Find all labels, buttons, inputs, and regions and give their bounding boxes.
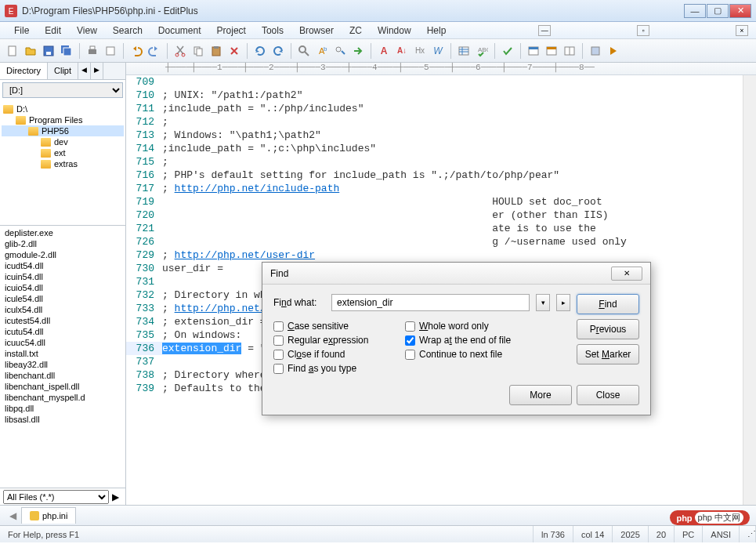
file-item[interactable]: icutest54.dll [2,315,124,326]
findwhat-history-dropdown[interactable]: ▾ [536,294,550,311]
file-item[interactable]: gmodule-2.dll [2,249,124,260]
file-filter[interactable]: All Files (*.*) [3,490,109,504]
file-item[interactable]: libpq.dll [2,403,124,414]
file-item[interactable]: icule54.dll [2,293,124,304]
copy-icon[interactable] [190,43,206,59]
menu-help[interactable]: Help [419,23,454,38]
filetab-scroll-left[interactable]: ◀ [5,510,21,521]
code-line[interactable]: 713; Windows: "\path1;\path2" [126,129,743,142]
close-button[interactable]: ✕ [729,4,751,18]
maximize-button[interactable]: ▢ [707,4,729,18]
check-case-sensitive[interactable]: Case sensitive [273,321,399,332]
tab-directory[interactable]: Directory [0,63,48,79]
new-file-icon[interactable] [5,43,20,59]
code-line[interactable]: 721 ate is to use the [126,222,743,235]
save-all-icon[interactable] [59,43,74,59]
file-item[interactable]: libenchant_myspell.d [2,392,124,403]
font-a-icon[interactable]: A [376,43,392,59]
run-icon[interactable] [606,43,621,59]
mdi-close-button[interactable]: × [736,25,748,36]
vertical-scrollbar[interactable] [743,75,756,505]
print-preview-icon[interactable] [103,43,118,59]
check-regex[interactable]: Regular expression [273,335,399,346]
save-icon[interactable] [41,43,56,59]
tree-item[interactable]: dev [2,136,124,147]
delete-icon[interactable] [226,43,242,59]
menu-project[interactable]: Project [209,23,254,38]
findwhat-menu-button[interactable]: ▸ [556,294,570,311]
column-icon[interactable] [456,43,472,59]
wordwrap-icon[interactable]: W [430,43,446,59]
paste-icon[interactable] [208,43,224,59]
file-item[interactable]: icuio54.dll [2,282,124,293]
tree-item[interactable]: D:\ [2,103,124,114]
browser-icon[interactable] [526,43,541,59]
tree-item[interactable]: PHP56 [2,125,124,136]
replace-icon[interactable]: Ab [314,43,330,59]
file-item[interactable]: libenchant_ispell.dll [2,381,124,392]
mdi-minimize-button[interactable]: — [538,25,551,36]
tab-scroll-right[interactable]: ▶ [91,63,103,79]
split-icon[interactable] [562,43,577,59]
cut-icon[interactable] [172,43,188,59]
file-item[interactable]: libenchant.dll [2,370,124,381]
menu-browser[interactable]: Browser [291,23,342,38]
set-marker-button[interactable]: Set Marker [577,344,639,364]
tree-item[interactable]: extras [2,158,124,169]
code-line[interactable]: 726 g /~username used only [126,235,743,248]
goto-icon[interactable] [350,43,366,59]
check-wrap[interactable]: Wrap at the end of file [405,335,546,346]
file-item[interactable]: install.txt [2,348,124,359]
find-icon[interactable] [296,43,312,59]
undo-icon[interactable] [128,43,144,59]
code-line[interactable]: 716; PHP's default setting for include_p… [126,169,743,182]
code-line[interactable]: 710; UNIX: "/path1:/path2" [126,89,743,102]
code-line[interactable]: 711;include_path = ".:/php/includes" [126,102,743,115]
close-dialog-button[interactable]: Close [577,385,639,405]
check-close-if-found[interactable]: Close if found [273,349,399,360]
findwhat-input[interactable] [331,294,530,311]
menu-view[interactable]: View [69,23,105,38]
file-item[interactable]: glib-2.dll [2,238,124,249]
tool1-icon[interactable] [588,43,603,59]
file-item[interactable]: icutu54.dll [2,326,124,337]
code-line[interactable]: 729; http://php.net/user-dir [126,248,743,262]
tree-item[interactable]: ext [2,147,124,158]
file-item[interactable]: icuuc54.dll [2,337,124,348]
code-line[interactable]: 715; [126,155,743,169]
file-list[interactable]: deplister.exeglib-2.dllgmodule-2.dllicud… [0,226,125,488]
menu-zc[interactable]: ZC [342,23,370,38]
file-item[interactable]: iculx54.dll [2,304,124,315]
hex-icon[interactable]: Hx [412,43,428,59]
code-line[interactable]: 714;include_path = ".;c:\php\includes" [126,142,743,155]
filetab-phpini[interactable]: php.ini [21,507,76,524]
previous-button[interactable]: Previous [577,319,639,339]
check-icon[interactable] [500,43,515,59]
menu-document[interactable]: Document [150,23,209,38]
find-button[interactable]: Find [577,294,639,314]
spell-icon[interactable]: ABC [474,43,490,59]
file-item[interactable]: icudt54.dll [2,260,124,271]
browser2-icon[interactable] [544,43,559,59]
drive-select[interactable]: [D:] [2,82,123,98]
check-whole-word[interactable]: Whole word only [405,321,546,332]
check-continue-next[interactable]: Continue to next file [405,349,546,360]
font-a2-icon[interactable]: A↓ [394,43,410,59]
redo2-icon[interactable] [270,43,286,59]
code-line[interactable]: 720 er (other than IIS) [126,209,743,222]
folder-tree[interactable]: D:\Program FilesPHP56devextextras [0,100,125,226]
file-item[interactable]: libeay32.dll [2,359,124,370]
menu-file[interactable]: File [6,23,37,38]
check-find-as-type[interactable]: Find as you type [273,363,399,374]
minimize-button[interactable]: — [684,4,706,18]
code-line[interactable]: 717; http://php.net/include-path [126,182,743,195]
undo2-icon[interactable] [252,43,268,59]
find-next-icon[interactable] [332,43,348,59]
code-line[interactable]: 709 [126,75,743,89]
mdi-restore-button[interactable]: ▫ [637,25,649,36]
redo-icon[interactable] [146,43,162,59]
tab-scroll-left[interactable]: ◀ [78,63,91,79]
dialog-close-button[interactable]: ✕ [611,267,642,281]
menu-edit[interactable]: Edit [37,23,69,38]
code-line[interactable]: 719 HOULD set doc_root [126,195,743,209]
